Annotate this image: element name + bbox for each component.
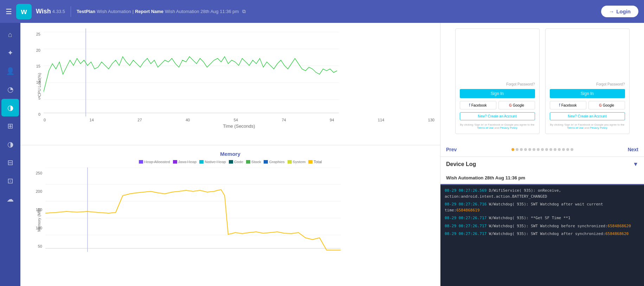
- chart-icon: ◔: [7, 85, 13, 94]
- grid-icon: ⊞: [7, 122, 13, 130]
- legend-stack-label: Stack: [251, 160, 261, 164]
- sign-in-button-2[interactable]: Sign In: [550, 89, 625, 98]
- device-log-content[interactable]: 08-29 00:27:26.569 D/WifiService( 935): …: [440, 185, 644, 286]
- log-line-1: 08-29 00:27:26.569 D/WifiService( 935): …: [445, 188, 640, 199]
- carousel-screenshots: Forgot Password? Sign In f Facebook G Go…: [440, 23, 644, 144]
- device-log-header: Device Log ▼: [440, 157, 644, 172]
- x-label-114: 114: [378, 118, 384, 122]
- log-highlight-4: 6584868620: [608, 224, 631, 228]
- user-icon: 👤: [6, 67, 15, 75]
- x-label-0: 0: [44, 118, 46, 122]
- dot-12[interactable]: [562, 148, 565, 151]
- log-highlight-2: 6584868619: [456, 208, 479, 212]
- log-timestamp-2: 08-29 00:27:26.716: [445, 202, 487, 206]
- facebook-icon-2: f: [559, 103, 560, 108]
- facebook-label-2: Facebook: [561, 103, 577, 107]
- sidebar-item-chip[interactable]: ⊟: [1, 154, 19, 171]
- y-label-5: 5: [26, 96, 40, 100]
- y-label-20: 20: [26, 48, 40, 52]
- legend-graphics: Graphics: [264, 160, 284, 164]
- device-log-tab[interactable]: Wish Automation 28th Aug 11:36 pm: [440, 172, 644, 185]
- dot-11[interactable]: [558, 148, 561, 151]
- dot-13[interactable]: [566, 148, 569, 151]
- legend-total: Total: [308, 160, 322, 164]
- google-label-2: Google: [603, 103, 614, 107]
- legend-java-heap: Java Heap: [173, 160, 197, 164]
- forgot-password-2: Forgot Password?: [550, 82, 625, 86]
- sidebar-item-home[interactable]: ⌂: [1, 26, 19, 43]
- facebook-button-1[interactable]: f Facebook: [460, 101, 496, 109]
- legend-native-heap: Native Heap: [199, 160, 226, 164]
- google-label-1: Google: [513, 103, 524, 107]
- x-label-14: 14: [90, 118, 94, 122]
- right-panel: Forgot Password? Sign In f Facebook G Go…: [440, 23, 644, 286]
- sidebar-item-cloud[interactable]: ☁: [1, 190, 19, 208]
- legend-system-label: System: [293, 160, 306, 164]
- menu-icon[interactable]: ☰: [6, 7, 12, 16]
- log-line-2: 08-29 00:27:26.716 W/Watchdog( 935): SWT…: [445, 202, 640, 213]
- legend-code-label: Code: [234, 160, 243, 164]
- dot-0[interactable]: [511, 148, 514, 151]
- legend-code: Code: [229, 160, 243, 164]
- app-name: Wish: [36, 8, 51, 15]
- dot-14[interactable]: [571, 148, 573, 151]
- sidebar-item-chart[interactable]: ◔: [1, 81, 19, 98]
- facebook-label-1: Facebook: [471, 103, 487, 107]
- dot-3[interactable]: [524, 148, 527, 151]
- x-label-74: 74: [282, 118, 286, 122]
- copy-icon[interactable]: ⧉: [242, 8, 246, 14]
- google-button-1[interactable]: G Google: [498, 101, 535, 109]
- terms-link1-1[interactable]: Terms of Use: [477, 126, 494, 129]
- terms-link2-2[interactable]: Privacy Policy: [590, 126, 607, 129]
- charts-panel: 0 5 10 15 20 25 CPU Load(%): [20, 23, 440, 286]
- terms-link1-2[interactable]: Terms of Use: [567, 126, 584, 129]
- sidebar-item-document[interactable]: ⊡: [1, 172, 19, 190]
- create-account-button-2[interactable]: New? Create an Account: [550, 112, 625, 120]
- logo-letter: w: [21, 7, 27, 16]
- y-label-0: 0: [26, 112, 40, 116]
- main-content: 0 5 10 15 20 25 CPU Load(%): [20, 23, 644, 286]
- sidebar-item-grid[interactable]: ⊞: [1, 117, 19, 135]
- activity-icon: ◑: [7, 103, 13, 112]
- terms-link2-1[interactable]: Privacy Policy: [500, 126, 517, 129]
- carousel-prev-button[interactable]: Prev: [446, 147, 457, 152]
- dot-8[interactable]: [545, 148, 548, 151]
- app-logo: w: [16, 4, 32, 19]
- document-icon: ⊡: [7, 177, 13, 185]
- cloud-icon: ☁: [7, 195, 14, 203]
- y-label-25: 25: [26, 32, 40, 36]
- sidebar-item-gear[interactable]: ✦: [1, 44, 19, 62]
- dot-6[interactable]: [537, 148, 540, 151]
- dot-4[interactable]: [528, 148, 531, 151]
- report-value: Wish Automation 28th Aug 11:36 pm: [165, 9, 239, 14]
- login-button[interactable]: → Login: [601, 6, 638, 17]
- sidebar-item-activity[interactable]: ◑: [1, 99, 19, 116]
- signal-icon: ◑: [7, 140, 13, 148]
- y-label-15: 15: [26, 64, 40, 68]
- device-log-chevron-icon[interactable]: ▼: [633, 161, 638, 167]
- dot-2[interactable]: [520, 148, 523, 151]
- google-button-2[interactable]: G Google: [588, 101, 625, 109]
- dot-1[interactable]: [516, 148, 519, 151]
- create-account-button-1[interactable]: New? Create an Account: [460, 112, 535, 120]
- memory-legend: Heap Allocated Java Heap Native Heap Cod…: [26, 160, 434, 164]
- carousel-next-button[interactable]: Next: [628, 147, 638, 152]
- facebook-button-2[interactable]: f Facebook: [550, 101, 586, 109]
- chip-icon: ⊟: [7, 158, 13, 167]
- legend-heap-allocated: Heap Allocated: [139, 160, 170, 164]
- dot-10[interactable]: [554, 148, 556, 151]
- terms-body-2: By clicking 'Sign In' or Facebook or Goo…: [550, 123, 624, 126]
- sidebar-item-signal[interactable]: ◑: [1, 135, 19, 153]
- memory-chart-container: Memory Heap Allocated Java Heap Native H…: [20, 145, 440, 261]
- sidebar: ⌂ ✦ 👤 ◔ ◑ ⊞ ◑ ⊟ ⊡ ☁: [0, 23, 20, 286]
- terms-text-2: By clicking 'Sign In' or Facebook or Goo…: [550, 123, 624, 129]
- dot-7[interactable]: [541, 148, 544, 151]
- dot-5[interactable]: [533, 148, 535, 151]
- dot-9[interactable]: [549, 148, 552, 151]
- sign-in-button-1[interactable]: Sign In: [460, 89, 535, 98]
- sidebar-item-user[interactable]: 👤: [1, 62, 19, 80]
- terms-text-1: By clicking 'Sign In' or Facebook or Goo…: [460, 123, 534, 129]
- log-timestamp-3: 08-29 00:27:26.717: [445, 216, 487, 220]
- memory-y-axis-label: Memory (MB): [37, 208, 41, 232]
- legend-stack: Stack: [246, 160, 261, 164]
